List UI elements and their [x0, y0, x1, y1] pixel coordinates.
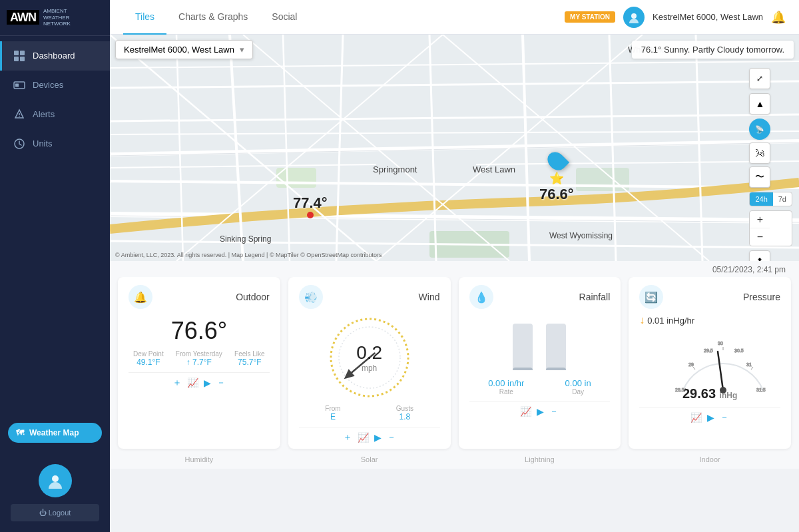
tab-social[interactable]: Social	[260, 0, 309, 35]
share-outdoor-button[interactable]: ▶	[204, 378, 211, 388]
sidebar-item-units[interactable]: Units	[0, 129, 110, 158]
dew-point-item: Dew Point 49.1°F	[133, 350, 164, 367]
time-24h-button[interactable]: 24h	[750, 192, 772, 206]
wind-card: 💨 Wind	[288, 277, 451, 449]
outdoor-main-value: 76.6°	[129, 317, 270, 345]
units-icon	[13, 137, 26, 150]
svg-rect-5	[15, 83, 19, 87]
share-wind-button[interactable]: ▶	[374, 432, 382, 443]
reset-north-button[interactable]: ⬆	[749, 250, 770, 261]
weather-pin-2: ⭐ 76.6°	[539, 151, 574, 203]
outdoor-sub-row: Dew Point 49.1°F From Yesterday 7.7°F Fe…	[129, 350, 270, 367]
chevron-down-icon: ▾	[240, 45, 244, 55]
timestamp-bar: 05/21/2023, 2:41 pm	[110, 261, 799, 277]
pin-2-temp: 76.6°	[539, 186, 574, 203]
pressure-gauge: 28.5 31.5 30 29 31 29.5 30.5	[670, 330, 750, 384]
user-avatar[interactable]	[623, 7, 645, 28]
svg-rect-3	[20, 57, 25, 61]
rain-rate-item: 0.00 in/hr Rate	[488, 378, 524, 396]
svg-text:30: 30	[718, 341, 723, 346]
logout-button[interactable]: ⏻ Logout	[11, 504, 99, 521]
rain-bar-day	[546, 324, 566, 370]
rainfall-sub-row: 0.00 in/hr Rate 0.00 in Day	[469, 378, 611, 396]
svg-point-59	[720, 387, 726, 394]
chart-rainfall-button[interactable]: 📈	[520, 406, 531, 417]
expand-map-button[interactable]: ⤢	[749, 68, 770, 89]
pressure-card-header: 🔄 Pressure	[639, 285, 780, 309]
add-outdoor-button[interactable]: ＋	[172, 377, 182, 389]
weather-map-button[interactable]: 🗺 Weather Map	[8, 423, 102, 443]
humidity-card-label: Humidity	[118, 455, 280, 463]
wind-card-header: 💨 Wind	[299, 285, 440, 309]
wind-from-label: From	[325, 405, 340, 412]
outdoor-card: 🔔 Outdoor 76.6° Dew Point 49.1°F From Ye…	[118, 277, 280, 449]
wind-icon-circle: 💨	[299, 285, 323, 309]
pressure-icon: 🔄	[645, 291, 658, 304]
wind-speed-display: 0.2 mph	[356, 342, 382, 373]
add-wind-button[interactable]: ＋	[343, 431, 352, 443]
sidebar-item-units-label: Units	[33, 138, 53, 148]
sidebar-item-dashboard-label: Dashboard	[33, 51, 75, 61]
sidebar-item-dashboard[interactable]: Dashboard	[0, 41, 110, 71]
rain-day-value: 0.00 in	[565, 378, 591, 388]
wind-layer-button[interactable]: 🌬	[749, 142, 770, 164]
pressure-card-footer: 📈 ▶ －	[639, 407, 780, 423]
remove-rainfall-button[interactable]: －	[549, 405, 559, 417]
zoom-out-button[interactable]: −	[750, 228, 770, 246]
wind-gusts-value: 1.8	[396, 412, 413, 421]
chart-wind-button[interactable]: 📈	[358, 432, 369, 443]
map-controls-right: ⤢ ▲ 📡 🌬 〜 24h 7d + − ⬆	[749, 68, 792, 261]
wind-from-item: From E	[325, 405, 340, 421]
share-rainfall-button[interactable]: ▶	[537, 406, 544, 417]
sidebar-item-alerts-label: Alerts	[33, 109, 55, 119]
svg-rect-2	[14, 57, 19, 61]
tab-tiles[interactable]: Tiles	[123, 0, 166, 35]
chart-outdoor-button[interactable]: 📈	[187, 378, 198, 388]
wind-card-title: Wind	[419, 292, 440, 302]
notification-bell-icon[interactable]: 🔔	[771, 10, 786, 25]
svg-text:31: 31	[746, 362, 752, 367]
tab-charts[interactable]: Charts & Graphs	[166, 0, 260, 35]
share-pressure-button[interactable]: ▶	[707, 412, 714, 423]
rain-bar-day-fill	[546, 368, 566, 370]
remove-wind-button[interactable]: －	[387, 431, 396, 443]
wind-icon: 💨	[304, 291, 318, 304]
rainfall-icon: 💧	[475, 291, 488, 304]
remove-pressure-button[interactable]: －	[720, 411, 729, 423]
remove-outdoor-button[interactable]: －	[216, 377, 226, 389]
rainfall-card-header: 💧 Rainfall	[469, 285, 611, 309]
pressure-trend-value: 0.01 inHg/hr	[647, 316, 694, 326]
sidebar-item-alerts[interactable]: Alerts	[0, 100, 110, 129]
indoor-card-label: Indoor	[629, 455, 791, 463]
svg-text:30.5: 30.5	[734, 348, 744, 353]
feels-like-item: Feels Like 75.7°F	[234, 350, 265, 367]
feels-like-label: Feels Like	[234, 350, 265, 358]
rain-rate-label: Rate	[488, 388, 524, 396]
weather-cards-row: 🔔 Outdoor 76.6° Dew Point 49.1°F From Ye…	[110, 277, 799, 455]
svg-text:31.5: 31.5	[756, 388, 766, 392]
map-layer-controls: 📡 🌬 〜	[749, 119, 792, 188]
zoom-in-button[interactable]: +	[750, 211, 770, 228]
sidebar-item-devices[interactable]: Devices	[0, 71, 110, 100]
time-7d-button[interactable]: 7d	[773, 192, 792, 206]
avatar	[39, 464, 72, 497]
outdoor-card-title: Outdoor	[236, 292, 270, 302]
wind-speed-unit: mph	[356, 364, 382, 373]
sidebar-bottom: ⏻ Logout	[0, 453, 110, 532]
svg-point-10	[631, 13, 637, 19]
wind-sub-row: From E Gusts 1.8	[299, 405, 440, 421]
station-selector[interactable]: KestrelMet 6000, West Lawn ▾	[115, 40, 253, 59]
cards-label-row: Humidity Solar Lightning Indoor	[110, 455, 799, 469]
map-container: Whitefield Springmont West Lawn Sinking …	[110, 35, 799, 261]
sidebar-item-devices-label: Devices	[33, 80, 63, 90]
scroll-up-button[interactable]: ▲	[749, 93, 770, 115]
pressure-layer-button[interactable]: 〜	[749, 166, 770, 188]
station-name: KestrelMet 6000, West Lawn	[653, 12, 763, 22]
map-overlay-bar: KestrelMet 6000, West Lawn ▾ 76.1° Sunny…	[115, 40, 794, 59]
radar-layer-button[interactable]: 📡	[749, 119, 770, 140]
solar-card-label: Solar	[288, 455, 451, 463]
svg-rect-0	[14, 51, 19, 55]
svg-line-49	[751, 367, 753, 370]
chart-pressure-button[interactable]: 📈	[690, 412, 702, 423]
map-label-west-lawn: West Lawn	[473, 164, 515, 174]
